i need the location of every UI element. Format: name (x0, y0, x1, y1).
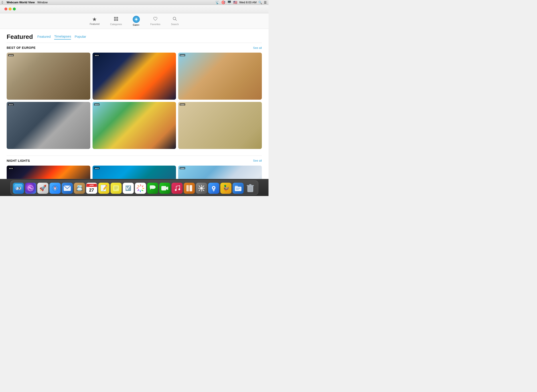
badge-stpete (94, 54, 100, 56)
dock-rocket[interactable]: 🚀 (37, 183, 48, 194)
page-title: Featured (7, 33, 33, 40)
maximize-button[interactable] (13, 8, 16, 10)
minimize-button[interactable] (9, 8, 12, 10)
dock-adium[interactable]: 🦆 (220, 183, 231, 194)
svg-rect-3 (116, 19, 118, 21)
dock-calendar[interactable]: APR 27 (86, 183, 97, 194)
toolbar-favorites[interactable]: Favorites (145, 15, 166, 27)
grid-item-rome[interactable] (178, 53, 262, 100)
svg-point-31 (200, 187, 203, 190)
grid-item-dubai[interactable] (93, 166, 176, 179)
section-title-night: NIGHT LIGHTS (7, 159, 30, 163)
badge-aerial (180, 103, 185, 106)
dock-safari[interactable] (50, 183, 60, 194)
svg-rect-28 (186, 185, 189, 191)
svg-point-5 (173, 17, 176, 20)
grid-item-barcelona[interactable] (178, 166, 262, 179)
app-window: ★ Featured Categories Cam+ (0, 5, 268, 179)
search-menubar-icon[interactable]: 🔍 (258, 1, 262, 4)
toolbar-featured-label: Featured (90, 23, 99, 25)
badge-dubai (94, 167, 100, 169)
dock-contacts[interactable]: 📇 (74, 183, 85, 194)
toolbar-search-icon (172, 16, 177, 22)
section-best-of-europe: BEST OF EUROPE See all (7, 43, 262, 149)
menubar:  Webcam World View Window 📡 🎯 🖥️ 🇺🇸 Wed… (0, 0, 268, 5)
dock-siri[interactable] (25, 183, 36, 194)
section-night-lights: NIGHT LIGHTS See all (7, 156, 262, 179)
calendar-month: APR (86, 184, 97, 187)
dock-photos[interactable] (135, 183, 146, 194)
dock-trash[interactable] (245, 183, 256, 194)
badge-athens (8, 54, 14, 56)
svg-rect-39 (249, 184, 251, 185)
svg-rect-2 (114, 19, 116, 21)
badge-barcelona (180, 167, 185, 169)
dock-files[interactable] (232, 183, 244, 194)
tabs: Featured Timelapses Popular (37, 34, 86, 40)
section-header-europe: BEST OF EUROPE See all (7, 43, 262, 50)
svg-point-26 (175, 189, 177, 191)
section-header-night: NIGHT LIGHTS See all (7, 156, 262, 163)
clock: Wed 8:03 AM (239, 1, 256, 4)
dock-stickies[interactable] (111, 183, 122, 194)
toolbar-categories[interactable]: Categories (105, 15, 127, 27)
tab-popular[interactable]: Popular (74, 35, 86, 39)
dock-books[interactable] (184, 183, 195, 194)
menubar-icons: 📡 🎯 🖥️ 🇺🇸 (215, 0, 237, 5)
dock-music[interactable] (171, 183, 183, 194)
toolbar: ★ Featured Categories Cam+ (0, 13, 268, 29)
grid-icon (114, 16, 119, 22)
dock-finder[interactable] (13, 183, 24, 194)
app-name[interactable]: Webcam World View (7, 1, 35, 4)
dock-notes[interactable]: 📝 (98, 183, 109, 194)
tab-timelapses[interactable]: Timelapses (54, 34, 71, 40)
cam-plus-icon (133, 16, 140, 23)
svg-point-11 (19, 187, 20, 188)
dock-container: 🚀 📇 APR 27 (0, 179, 268, 196)
grid-item-harbor[interactable] (7, 102, 90, 149)
close-button[interactable] (5, 8, 7, 10)
titlebar (0, 5, 268, 13)
night-grid (7, 166, 262, 179)
svg-rect-25 (161, 186, 166, 191)
dock-prefs[interactable] (196, 183, 207, 194)
window-menu[interactable]: Window (37, 1, 47, 4)
grid-item-athens[interactable] (7, 53, 90, 100)
svg-rect-1 (116, 17, 118, 19)
toolbar-featured[interactable]: ★ Featured (84, 15, 105, 27)
see-all-europe[interactable]: See all (253, 46, 262, 50)
svg-point-27 (178, 188, 180, 190)
toolbar-categories-label: Categories (110, 23, 122, 26)
badge-church (94, 103, 100, 106)
svg-rect-34 (235, 187, 241, 191)
toolbar-cam-plus[interactable]: Cam+ (127, 14, 145, 28)
badge-nyc (8, 167, 14, 169)
svg-line-6 (176, 19, 177, 21)
toolbar-search-label: Search (171, 23, 179, 26)
grid-item-nyc[interactable] (7, 166, 90, 179)
grid-item-church[interactable] (93, 102, 176, 149)
toolbar-search[interactable]: Search (166, 15, 184, 27)
apple-menu[interactable]:  (2, 0, 3, 5)
svg-rect-0 (114, 17, 116, 19)
see-all-night[interactable]: See all (253, 159, 262, 162)
dock-facetime[interactable] (159, 183, 170, 194)
heart-icon (153, 16, 158, 22)
badge-harbor (8, 103, 14, 106)
svg-point-33 (213, 187, 214, 188)
toolbar-favorites-label: Favorites (150, 23, 160, 26)
tab-featured[interactable]: Featured (37, 35, 51, 39)
toolbar-cam-plus-label: Cam+ (133, 23, 139, 26)
section-title-europe: BEST OF EUROPE (7, 46, 36, 50)
dock-navi[interactable] (208, 183, 219, 194)
dock-mail[interactable] (62, 183, 73, 194)
list-icon[interactable]: ☰ (264, 1, 267, 4)
grid-item-aerial[interactable] (178, 102, 262, 149)
star-icon: ★ (92, 17, 97, 22)
traffic-lights (5, 8, 16, 10)
dock-messages[interactable] (147, 183, 158, 194)
svg-point-10 (16, 187, 17, 188)
grid-item-stpete[interactable] (93, 53, 176, 100)
page-header: Featured Featured Timelapses Popular (7, 33, 262, 40)
dock-reminders[interactable]: ☑️ (123, 183, 134, 194)
